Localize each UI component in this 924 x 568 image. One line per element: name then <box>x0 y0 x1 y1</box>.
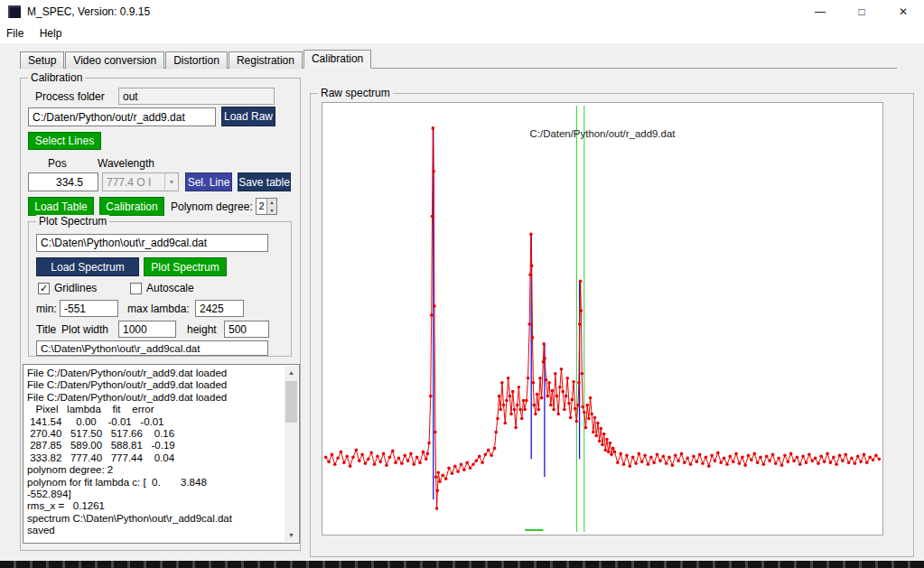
calibration-groupbox: Calibration Process folder out C:/Daten/… <box>20 78 301 551</box>
wavelength-label: Wavelength <box>98 157 154 170</box>
polynom-degree-spinner[interactable]: 2 ▲ ▼ <box>256 198 277 215</box>
minimize-button[interactable]: — <box>799 0 841 23</box>
tab-strip: Setup Video conversion Distortion Regist… <box>20 51 372 69</box>
plot-spectrum-groupbox: Plot Spectrum C:\Daten\Python\out\r_add9… <box>28 221 292 357</box>
polynom-degree-label: Polynom degree: <box>171 200 253 213</box>
wavelength-combobox[interactable]: 777.4 O I ▼ <box>102 172 179 191</box>
log-text: File C:/Daten/Python/out/r_add9.dat load… <box>27 368 283 541</box>
tab-distortion[interactable]: Distortion <box>165 51 228 69</box>
maximize-button[interactable]: □ <box>841 0 882 23</box>
max-lambda-input[interactable]: 2425 <box>195 300 244 317</box>
title-label: Title <box>36 323 56 336</box>
scrollbar-thumb[interactable] <box>285 381 297 423</box>
raw-spectrum-groupbox: Raw spectrum C:/Daten/Python/out/r_add9.… <box>310 93 914 557</box>
menu-bar: File Help <box>0 23 924 43</box>
raw-spectrum-group-label: Raw spectrum <box>318 87 393 99</box>
height-input[interactable]: 500 <box>224 321 269 338</box>
spectrum-file-input[interactable]: C:\Daten\Python\out\r_add9cal.dat <box>36 234 268 252</box>
checkbox-check-icon: ✓ <box>38 283 50 294</box>
process-folder-field[interactable]: out <box>118 88 275 105</box>
max-lambda-label: max lambda: <box>127 303 190 315</box>
gridlines-checkbox[interactable]: ✓ Gridlines <box>38 282 97 294</box>
plot-width-label: Plot width <box>61 323 108 336</box>
raw-file-input[interactable]: C:/Daten/Python/out/r_add9.dat <box>28 107 216 126</box>
log-scrollbar[interactable]: ▲ ▼ <box>285 366 298 542</box>
plot-spectrum-button[interactable]: Plot Spectrum <box>144 257 227 276</box>
scroll-up-icon[interactable]: ▲ <box>285 366 298 379</box>
tab-setup[interactable]: Setup <box>20 51 64 69</box>
polynom-degree-value: 2 <box>257 199 266 214</box>
select-lines-button[interactable]: Select Lines <box>28 132 101 150</box>
height-label: height <box>187 323 217 336</box>
spin-down-icon[interactable]: ▼ <box>267 207 276 215</box>
close-button[interactable]: ✕ <box>882 0 924 23</box>
tab-calibration[interactable]: Calibration <box>303 50 371 69</box>
spin-up-icon[interactable]: ▲ <box>267 199 276 207</box>
raw-spectrum-plot[interactable]: C:/Daten/Python/out/r_add9.dat <box>322 102 883 535</box>
tab-video-conversion[interactable]: Video conversion <box>65 51 164 69</box>
pos-label: Pos <box>48 157 67 170</box>
save-table-button[interactable]: Save table <box>238 172 291 191</box>
plot-spectrum-group-label: Plot Spectrum <box>36 215 109 228</box>
wavelength-combobox-value: 777.4 O I <box>103 176 164 189</box>
autoscale-checkbox[interactable]: Autoscale <box>130 282 194 294</box>
scroll-down-icon[interactable]: ▼ <box>285 528 298 542</box>
calibration-group-label: Calibration <box>28 71 85 84</box>
autoscale-checkbox-label: Autoscale <box>146 282 194 294</box>
min-input[interactable]: -551 <box>60 300 118 317</box>
plot-title: C:/Daten/Python/out/r_add9.dat <box>530 128 677 139</box>
title-bar: M_SPEC, Version: 0.9.15 — □ ✕ File Help <box>0 0 924 43</box>
pos-input[interactable]: 334.5 <box>28 172 98 191</box>
load-table-button[interactable]: Load Table <box>28 197 94 216</box>
load-spectrum-button[interactable]: Load Spectrum <box>36 257 139 276</box>
app-window: M_SPEC, Version: 0.9.15 — □ ✕ File Help … <box>0 0 924 568</box>
spinner-buttons: ▲ ▼ <box>266 199 276 214</box>
calibration-button[interactable]: Calibration <box>99 197 164 216</box>
process-folder-label: Process folder <box>35 90 105 103</box>
taskbar-strip <box>0 561 924 568</box>
sel-line-button[interactable]: Sel. Line <box>185 172 232 191</box>
checkbox-empty-box <box>130 283 142 294</box>
dropdown-arrow-icon[interactable]: ▼ <box>164 173 178 191</box>
tab-registration[interactable]: Registration <box>229 51 303 69</box>
window-controls: — □ ✕ <box>799 0 924 23</box>
app-icon <box>8 5 21 18</box>
min-label: min: <box>36 303 57 315</box>
load-raw-button[interactable]: Load Raw <box>221 107 275 126</box>
gridlines-checkbox-label: Gridlines <box>54 282 97 294</box>
output-file-field[interactable]: C:\Daten\Python\out\r_add9cal.dat <box>36 340 268 356</box>
log-textarea[interactable]: File C:/Daten/Python/out/r_add9.dat load… <box>23 364 300 544</box>
menu-file[interactable]: File <box>0 23 30 43</box>
menu-help[interactable]: Help <box>33 23 69 43</box>
plot-width-input[interactable]: 1000 <box>118 321 176 338</box>
window-title: M_SPEC, Version: 0.9.15 <box>27 0 150 23</box>
